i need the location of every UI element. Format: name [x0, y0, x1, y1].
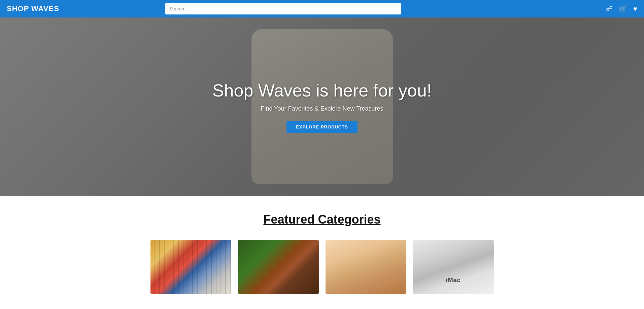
- hero-content: Shop Waves is here for you! Find Your Fa…: [212, 80, 432, 133]
- logo[interactable]: SHOP WAVES: [7, 4, 59, 13]
- user-icon[interactable]: ☍: [606, 5, 613, 13]
- wishlist-icon[interactable]: ♥: [633, 5, 637, 13]
- category-card-clothing[interactable]: [150, 240, 231, 294]
- categories-grid: [7, 240, 637, 294]
- featured-categories-title: Featured Categories: [7, 213, 637, 227]
- hero-section: Shop Waves is here for you! Find Your Fa…: [0, 17, 644, 196]
- header-icons: ☍ 🛒 ♥: [606, 5, 637, 13]
- search-input[interactable]: [165, 3, 401, 14]
- featured-categories-section: Featured Categories: [0, 196, 644, 304]
- explore-products-button[interactable]: EXPLORE PRODUCTS: [286, 121, 358, 133]
- category-card-electronics[interactable]: [413, 240, 494, 294]
- category-card-books[interactable]: [238, 240, 319, 294]
- category-card-beauty[interactable]: [326, 240, 406, 294]
- cart-icon[interactable]: 🛒: [619, 5, 627, 13]
- hero-subtitle: Find Your Favorites & Explore New Treasu…: [212, 105, 432, 112]
- hero-title: Shop Waves is here for you!: [212, 80, 432, 101]
- header: SHOP WAVES ☍ 🛒 ♥: [0, 0, 644, 17]
- search-bar-container: [165, 3, 401, 14]
